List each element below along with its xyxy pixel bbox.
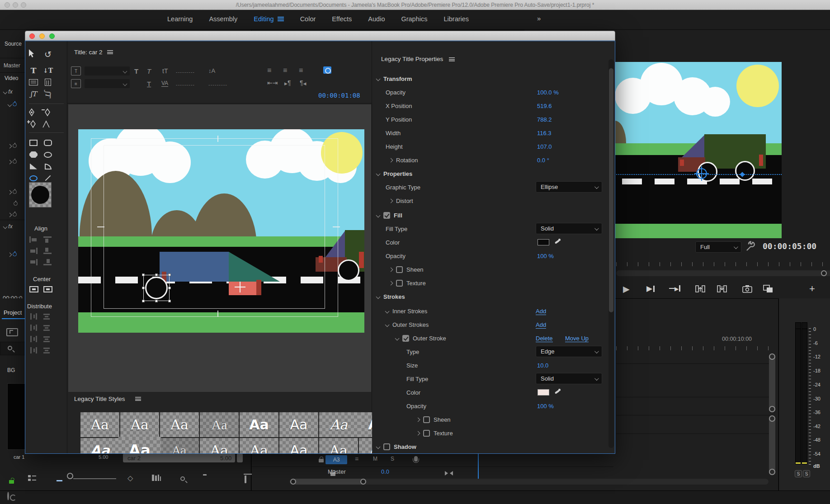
green-truck-wheel[interactable] <box>338 259 359 281</box>
fill-color-swatch[interactable] <box>538 239 549 245</box>
delete-stroke-link[interactable]: Delete <box>536 335 553 342</box>
width-value[interactable]: 116.3 <box>537 130 552 137</box>
tab-color[interactable]: Color <box>300 15 316 23</box>
texture-checkbox[interactable] <box>396 280 403 287</box>
stroke-fill-type-select[interactable]: Solid <box>536 373 602 384</box>
align-left-text-icon[interactable]: ≡ <box>267 66 271 75</box>
step-forward-button[interactable]: ▶ <box>646 284 655 293</box>
style-swatch[interactable]: Aa <box>200 412 239 437</box>
creative-cloud-icon[interactable] <box>7 492 9 500</box>
underline-button[interactable]: T <box>147 80 151 88</box>
style-swatch[interactable]: Aa <box>319 412 358 437</box>
truck-wheel[interactable] <box>735 161 755 181</box>
track-lock-icon[interactable] <box>319 459 324 462</box>
arc-tool-icon[interactable] <box>42 161 54 172</box>
window-titlebar[interactable] <box>25 31 615 41</box>
collapse-icon[interactable] <box>376 444 381 449</box>
stroke-color-swatch[interactable] <box>538 389 549 396</box>
motion-anchor-icon[interactable] <box>696 168 707 179</box>
expand-icon[interactable] <box>389 158 393 162</box>
transform-section[interactable]: Transform <box>383 75 412 82</box>
style-swatch[interactable]: Aa <box>160 438 199 454</box>
center-vertical-icon[interactable] <box>43 286 52 292</box>
distribute-v-center-icon[interactable] <box>43 325 52 331</box>
outer-stroke-checkbox[interactable] <box>402 335 409 342</box>
search-icon[interactable] <box>180 476 185 481</box>
tab-stops-icon[interactable]: ⇤⇥ <box>267 79 278 86</box>
bold-button[interactable]: T <box>134 67 138 75</box>
window-zoom-icon[interactable] <box>49 33 55 39</box>
delete-anchor-tool-icon[interactable] <box>42 108 54 119</box>
paragraph-ltr-icon[interactable]: ▶¶ <box>284 79 291 86</box>
rectangle-tool-icon[interactable] <box>27 137 40 148</box>
solo-button[interactable]: S <box>391 456 394 462</box>
tab-graphics[interactable]: Graphics <box>401 15 427 23</box>
extract-button[interactable] <box>717 285 727 293</box>
align-center-text-icon[interactable]: ≡ <box>283 66 287 75</box>
center-horizontal-icon[interactable] <box>29 286 38 292</box>
solo-left-button[interactable]: S <box>795 470 802 477</box>
expand-icon[interactable] <box>389 198 393 203</box>
shadow-section[interactable]: Shadow <box>394 443 416 450</box>
expand-icon[interactable] <box>389 281 393 285</box>
y-position-value[interactable]: 788.2 <box>537 116 552 123</box>
add-outer-stroke-link[interactable]: Add <box>536 321 546 329</box>
eyedropper-icon[interactable] <box>554 388 561 396</box>
distribute-h-center-icon[interactable] <box>29 325 38 331</box>
graphic-type-select[interactable]: Ellipse <box>536 181 602 193</box>
style-swatch[interactable]: Aa <box>240 412 278 437</box>
tab-audio[interactable]: Audio <box>368 15 385 23</box>
style-swatch[interactable]: Aa <box>120 412 159 437</box>
kerning-icon[interactable]: VA <box>161 80 168 87</box>
x-position-value[interactable]: 519.6 <box>537 103 552 109</box>
distribute-left-icon[interactable] <box>29 313 38 320</box>
collapse-icon[interactable] <box>376 213 381 217</box>
master-value[interactable]: 0.0 <box>381 468 389 475</box>
fill-type-select[interactable]: Solid <box>536 223 602 234</box>
type-tool-icon[interactable]: T <box>27 65 40 76</box>
delete-icon[interactable] <box>245 476 246 483</box>
vertical-area-type-tool-icon[interactable] <box>42 77 54 88</box>
style-swatch[interactable]: Aa <box>80 438 119 454</box>
font-family-select[interactable] <box>85 66 130 75</box>
eyedropper-icon[interactable] <box>554 238 561 245</box>
timeline-vertical-scrollbar-2[interactable] <box>769 416 775 474</box>
comparison-view-icon[interactable] <box>763 285 774 293</box>
new-title-based-on-current-icon[interactable]: T <box>71 66 81 75</box>
align-left-icon[interactable] <box>29 236 38 243</box>
expand-icon[interactable] <box>389 267 393 272</box>
effect-group-fx[interactable]: fx <box>4 89 13 95</box>
expand-icon[interactable] <box>416 417 420 422</box>
effect-row[interactable] <box>8 189 17 195</box>
project-item-selected[interactable]: car 2 5.00 <box>123 453 235 462</box>
stroke-sheen-checkbox[interactable] <box>423 416 430 423</box>
settings-wrench-icon[interactable] <box>745 240 757 252</box>
stroke-size-value[interactable]: 10.0 <box>537 362 548 369</box>
properties-section[interactable]: Properties <box>383 170 412 177</box>
timeline-ruler[interactable] <box>616 346 779 350</box>
vertical-type-tool-icon[interactable]: ↓T <box>42 65 54 76</box>
align-bottom-icon[interactable] <box>43 259 52 265</box>
play-button[interactable]: ▶ <box>623 284 630 294</box>
clip-thumbnail[interactable] <box>7 383 25 450</box>
timeline-vertical-scrollbar[interactable] <box>769 354 775 411</box>
vertical-path-type-tool-icon[interactable]: ʃT <box>42 88 53 100</box>
effect-row[interactable] <box>8 159 17 165</box>
find-icon[interactable] <box>152 475 161 481</box>
effect-row[interactable] <box>8 101 17 108</box>
fill-checkbox[interactable] <box>383 212 390 219</box>
lift-button[interactable] <box>695 285 705 293</box>
tab-source[interactable]: Source <box>5 41 22 47</box>
panel-menu-icon[interactable] <box>107 50 113 54</box>
effect-row[interactable] <box>8 251 17 258</box>
style-swatch[interactable]: Aa <box>80 412 119 437</box>
add-button[interactable]: + <box>809 283 815 295</box>
timeline-scrollbar-handle[interactable] <box>293 479 366 485</box>
style-swatch[interactable]: Aa <box>279 438 318 454</box>
kerning-value[interactable]: --------- <box>176 82 195 87</box>
styles-menu-icon[interactable] <box>135 397 141 401</box>
distribute-bottom-icon[interactable] <box>43 336 52 342</box>
stroke-texture-checkbox[interactable] <box>423 430 430 437</box>
scrollbar-handle-left[interactable] <box>290 479 296 485</box>
rounded-rectangle-tool-icon[interactable] <box>42 137 54 148</box>
